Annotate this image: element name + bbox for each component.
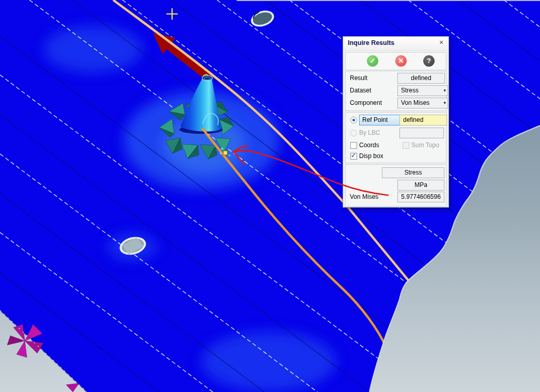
- viewport-3d[interactable]: [0, 0, 540, 392]
- result-selection-group: Result defined Dataset Stress ▾ Componen…: [345, 71, 446, 111]
- component-label: Component: [350, 98, 382, 108]
- readout-unit-field: MPa: [397, 180, 444, 191]
- inquire-results-dialog: Inquire Results × ✓ ✕ ? Result defined D…: [343, 36, 449, 208]
- ref-point-group: Ref Point defined By LBC Coords Sum Topo…: [345, 112, 446, 163]
- application-window: Inquire Results × ✓ ✕ ? Result defined D…: [0, 0, 540, 392]
- disp-box-checkbox[interactable]: ✓: [350, 153, 357, 160]
- readout-group: Stress MPa Von Mises 5.9774606596: [345, 164, 446, 207]
- dialog-titlebar[interactable]: Inquire Results ×: [343, 37, 449, 51]
- by-lbc-label: By LBC: [359, 128, 380, 138]
- close-icon[interactable]: ×: [437, 39, 445, 47]
- result-label: Result: [350, 73, 367, 83]
- dataset-label: Dataset: [350, 85, 371, 96]
- result-field: defined: [397, 73, 445, 84]
- component-dropdown[interactable]: Von Mises ▾: [397, 98, 448, 108]
- sum-topo-checkbox: [403, 142, 409, 149]
- disp-box-label: Disp box: [359, 151, 383, 161]
- help-button[interactable]: ?: [423, 55, 435, 67]
- by-lbc-field: [399, 128, 444, 138]
- dialog-title: Inquire Results: [348, 39, 394, 46]
- chevron-down-icon: ▾: [443, 98, 446, 108]
- ok-button[interactable]: ✓: [367, 55, 378, 67]
- coords-checkbox[interactable]: [350, 142, 357, 149]
- checkmark-icon: ✓: [351, 152, 356, 159]
- dialog-toolbar: ✓ ✕ ?: [345, 52, 446, 70]
- chevron-down-icon: ▾: [443, 86, 446, 96]
- ref-point-radio[interactable]: [350, 117, 357, 123]
- sum-topo-label: Sum Topo: [411, 140, 439, 150]
- ref-point-field[interactable]: defined: [399, 115, 447, 126]
- dataset-dropdown[interactable]: Stress ▾: [397, 85, 448, 96]
- cancel-button[interactable]: ✕: [395, 55, 407, 67]
- coords-label: Coords: [359, 140, 379, 150]
- readout-dataset-field: Stress: [382, 167, 444, 178]
- ref-point-marker: [223, 151, 227, 155]
- by-lbc-radio: [350, 130, 357, 136]
- von-mises-value-field: 5.9774606596: [397, 192, 444, 202]
- ref-point-button[interactable]: Ref Point: [359, 115, 401, 126]
- von-mises-label: Von Mises: [350, 192, 378, 202]
